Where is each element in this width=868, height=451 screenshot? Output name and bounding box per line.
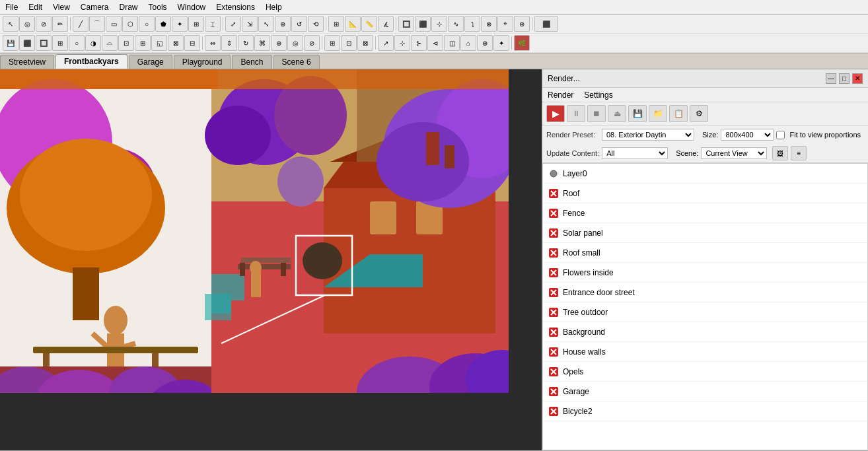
tab-bench[interactable]: Bench <box>232 55 271 69</box>
tb2-btn-21[interactable]: ⊡ <box>341 35 357 51</box>
menu-camera[interactable]: Camera <box>75 1 114 13</box>
layer-item-fence[interactable]: Fence <box>543 203 867 223</box>
layer-item-background[interactable]: Background <box>543 322 867 342</box>
tb-btn-24[interactable]: 🔲 <box>398 16 414 32</box>
tab-frontbackyars[interactable]: Frontbackyars <box>55 54 127 69</box>
tb-btn-3[interactable]: ⊘ <box>36 16 52 32</box>
tb2-btn-11[interactable]: ⊠ <box>168 35 184 51</box>
preset-select[interactable]: 08. Exterior Daytin <box>602 129 694 141</box>
tb-btn-12[interactable]: ⊞ <box>188 16 204 32</box>
tb-btn-16[interactable]: ⤡ <box>258 16 274 32</box>
tb2-btn-18[interactable]: ◎ <box>287 35 303 51</box>
size-select[interactable]: 800x400 <box>721 129 774 141</box>
render-pause-button[interactable]: ⏸ <box>567 105 585 122</box>
tb-btn-19[interactable]: ⟲ <box>308 16 324 32</box>
minimize-button[interactable]: — <box>826 73 836 84</box>
tb-btn-18[interactable]: ↺ <box>291 16 307 32</box>
view-btn[interactable]: 🖼 <box>772 146 788 160</box>
tab-scene6[interactable]: Scene 6 <box>273 55 320 69</box>
tb2-btn-27[interactable]: ◫ <box>444 35 460 51</box>
layer-item-house_walls[interactable]: House walls <box>543 342 867 362</box>
tb2-btn-9[interactable]: ⊞ <box>135 35 151 51</box>
fit-checkbox[interactable] <box>776 131 785 139</box>
update-select[interactable]: All <box>602 147 668 159</box>
layer-item-roof[interactable]: Roof <box>543 184 867 203</box>
tb2-btn-1[interactable]: 💾 <box>3 35 18 51</box>
tb-btn-6[interactable]: ⌒ <box>89 16 105 32</box>
tb-btn-27[interactable]: ∿ <box>448 16 464 32</box>
tb2-btn-12[interactable]: ⊟ <box>184 35 200 51</box>
layer-item-roof_small[interactable]: Roof small <box>543 243 867 263</box>
tb-btn-5[interactable]: ╱ <box>73 16 89 32</box>
tb2-btn-3[interactable]: 🔲 <box>36 35 52 51</box>
tab-streetview[interactable]: Streetview <box>0 55 54 69</box>
list-btn[interactable]: ≡ <box>791 146 807 160</box>
menu-file[interactable]: File <box>0 1 23 13</box>
tab-garage[interactable]: Garage <box>129 55 172 69</box>
tb2-btn-13[interactable]: ⇔ <box>205 35 221 51</box>
tb-btn-13[interactable]: ⌶ <box>205 16 221 32</box>
menu-window[interactable]: Window <box>172 1 211 13</box>
tb2-btn-29[interactable]: ⊕ <box>477 35 493 51</box>
render-menu-render[interactable]: Render <box>542 89 579 101</box>
scene-select[interactable]: Current View <box>701 147 767 159</box>
tb-btn-23[interactable]: ∡ <box>378 16 394 32</box>
tb-btn-30[interactable]: ⌖ <box>497 16 513 32</box>
render-settings-button[interactable]: ⚙ <box>690 105 708 122</box>
tb-select[interactable]: ↖ <box>3 16 18 32</box>
tb-btn-14[interactable]: ⤢ <box>225 16 241 32</box>
close-button[interactable]: ✕ <box>852 73 863 84</box>
tb2-btn-20[interactable]: ⊞ <box>324 35 340 51</box>
menu-help[interactable]: Help <box>260 1 287 13</box>
menu-edit[interactable]: Edit <box>23 1 48 13</box>
tb2-btn-10[interactable]: ◱ <box>151 35 167 51</box>
tb-btn-32[interactable]: ⬛ <box>534 16 558 32</box>
tab-playground[interactable]: Playground <box>174 55 231 69</box>
layer-item-solar_panel[interactable]: Solar panel <box>543 223 867 243</box>
tb-btn-26[interactable]: ⊹ <box>431 16 447 32</box>
maximize-button[interactable]: □ <box>839 73 850 84</box>
tb-btn-29[interactable]: ⊗ <box>481 16 497 32</box>
tb-btn-10[interactable]: ⬟ <box>155 16 171 32</box>
tb2-btn-15[interactable]: ↻ <box>238 35 254 51</box>
render-btn4[interactable]: ⏏ <box>608 105 626 122</box>
tb2-btn-4[interactable]: ⊞ <box>52 35 68 51</box>
tb-btn-28[interactable]: ⤵ <box>464 16 480 32</box>
tb2-btn-8[interactable]: ⊡ <box>118 35 134 51</box>
menu-view[interactable]: View <box>48 1 75 13</box>
render-stop-button[interactable]: ⏹ <box>587 105 606 122</box>
layer-item-bicycle2[interactable]: Bicycle2 <box>543 401 867 421</box>
tb2-btn-26[interactable]: ⊲ <box>427 35 443 51</box>
render-save-button[interactable]: 💾 <box>628 105 647 122</box>
layer-item-entrance_door[interactable]: Entrance door street <box>543 283 867 302</box>
tb-btn-21[interactable]: 📐 <box>345 16 361 32</box>
tb-btn-15[interactable]: ⇲ <box>242 16 258 32</box>
tb-btn-2[interactable]: ◎ <box>19 16 35 32</box>
tb-btn-8[interactable]: ⬡ <box>122 16 138 32</box>
tb-btn-17[interactable]: ⊕ <box>275 16 291 32</box>
tb2-btn-19[interactable]: ⊘ <box>304 35 320 51</box>
tb-btn-20[interactable]: ⊞ <box>328 16 344 32</box>
tb2-btn-25[interactable]: ⊱ <box>411 35 427 51</box>
tb-btn-7[interactable]: ▭ <box>106 16 122 32</box>
tb-btn-25[interactable]: ⬛ <box>415 16 431 32</box>
render-menu-settings[interactable]: Settings <box>579 89 618 101</box>
tb2-btn-7[interactable]: ⌓ <box>102 35 118 51</box>
tb-btn-9[interactable]: ○ <box>139 16 155 32</box>
tb2-btn-2[interactable]: ⬛ <box>19 35 35 51</box>
viewport[interactable] <box>0 69 542 450</box>
render-copy-button[interactable]: 📋 <box>669 105 688 122</box>
menu-tools[interactable]: Tools <box>143 1 172 13</box>
tb2-btn-16[interactable]: ⌘ <box>254 35 270 51</box>
tb2-btn-5[interactable]: ○ <box>69 35 85 51</box>
tb-btn-11[interactable]: ✦ <box>172 16 188 32</box>
layer-item-flowers_inside[interactable]: Flowers inside <box>543 263 867 283</box>
tb2-btn-30[interactable]: ✦ <box>493 35 509 51</box>
render-play-button[interactable]: ▶ <box>546 105 565 122</box>
tb2-btn-31[interactable]: 🌿 <box>514 35 530 51</box>
layer-item-garage[interactable]: Garage <box>543 382 867 401</box>
tb2-btn-28[interactable]: ⌂ <box>460 35 476 51</box>
menu-extensions[interactable]: Extensions <box>211 1 260 13</box>
tb-btn-4[interactable]: ✏ <box>52 16 68 32</box>
tb2-btn-6[interactable]: ◑ <box>85 35 101 51</box>
